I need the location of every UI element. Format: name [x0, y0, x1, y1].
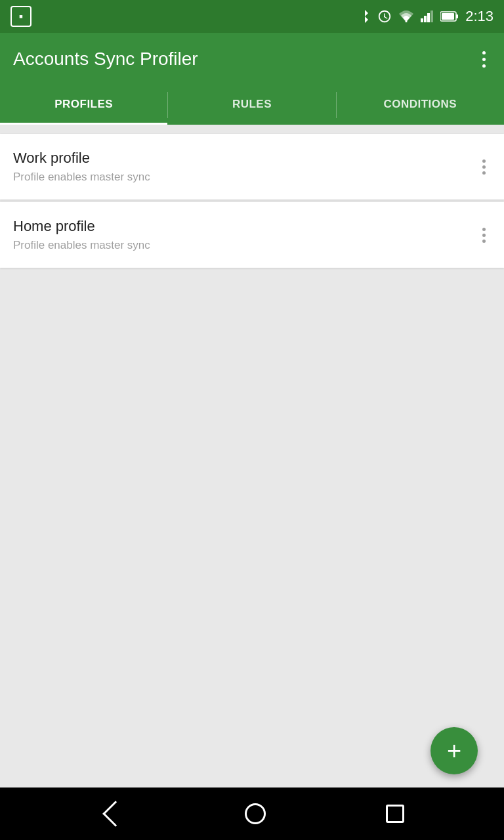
- home-profile-desc: Profile enables master sync: [13, 239, 150, 252]
- svg-rect-7: [442, 13, 454, 20]
- battery-icon: [440, 11, 459, 22]
- recents-icon: [386, 805, 404, 823]
- more-options-button[interactable]: [477, 46, 491, 73]
- tab-rules[interactable]: RULES: [168, 85, 335, 125]
- tab-bar: PROFILES RULES CONDITIONS: [0, 85, 504, 125]
- nav-home-button[interactable]: [245, 803, 266, 824]
- tab-profiles[interactable]: PROFILES: [0, 85, 167, 125]
- nav-recents-button[interactable]: [386, 805, 404, 823]
- home-icon: [245, 803, 266, 824]
- content-area: Work profile Profile enables master sync…: [0, 125, 504, 788]
- status-bar-right: 2:13: [359, 8, 494, 25]
- svg-rect-5: [430, 10, 433, 22]
- work-profile-info: Work profile Profile enables master sync: [13, 150, 150, 184]
- nav-bar: [0, 788, 504, 840]
- alarm-icon: [377, 9, 392, 24]
- bbm-icon: [10, 6, 32, 27]
- app-title: Accounts Sync Profiler: [13, 49, 198, 70]
- status-bar-left: [10, 6, 32, 27]
- home-profile-info: Home profile Profile enables master sync: [13, 218, 150, 252]
- home-profile-name: Home profile: [13, 218, 150, 235]
- bluetooth-icon: [359, 9, 371, 24]
- fab-plus-icon: +: [447, 738, 461, 763]
- svg-rect-8: [456, 14, 458, 18]
- home-profile-card[interactable]: Home profile Profile enables master sync: [0, 202, 504, 268]
- app-bar: Accounts Sync Profiler: [0, 33, 504, 85]
- svg-rect-4: [427, 13, 430, 22]
- add-profile-fab[interactable]: +: [430, 727, 478, 774]
- svg-rect-3: [424, 16, 427, 22]
- signal-icon: [421, 10, 434, 22]
- work-profile-name: Work profile: [13, 150, 150, 167]
- wifi-icon: [398, 10, 414, 22]
- status-time: 2:13: [465, 8, 494, 25]
- svg-rect-2: [421, 18, 423, 22]
- home-profile-more-button[interactable]: [477, 222, 491, 248]
- work-profile-card[interactable]: Work profile Profile enables master sync: [0, 134, 504, 200]
- svg-point-0: [384, 16, 385, 17]
- work-profile-more-button[interactable]: [477, 154, 491, 180]
- work-profile-desc: Profile enables master sync: [13, 171, 150, 184]
- tab-conditions[interactable]: CONDITIONS: [337, 85, 504, 125]
- back-icon: [102, 801, 129, 827]
- nav-back-button[interactable]: [100, 805, 125, 823]
- status-bar: 2:13: [0, 0, 504, 33]
